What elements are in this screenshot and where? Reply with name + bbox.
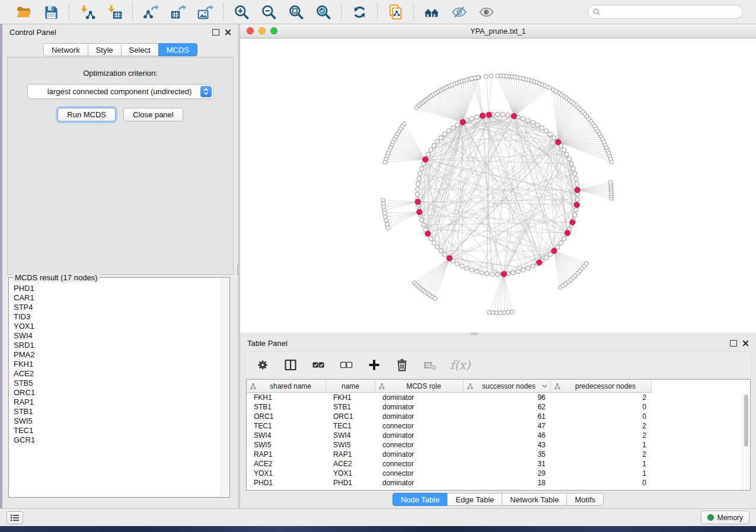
table-cell[interactable]: 47 (464, 421, 551, 431)
table-cell[interactable]: STB1 (326, 402, 375, 412)
table-cell[interactable]: RAP1 (247, 450, 326, 459)
table-cell[interactable]: dominator (375, 393, 464, 402)
close-panel-button[interactable]: Close panel (123, 108, 183, 121)
mcds-result-item[interactable]: YOX1 (14, 322, 221, 331)
first-neighbors-button[interactable] (422, 2, 442, 22)
table-cell[interactable]: connector (375, 459, 464, 469)
mcds-result-item[interactable]: STP4 (14, 303, 221, 312)
table-cell[interactable]: connector (375, 440, 464, 450)
table-cell[interactable]: 61 (464, 412, 551, 421)
table-cell[interactable]: YOX1 (326, 469, 375, 478)
mcds-result-item[interactable]: SRD1 (14, 341, 221, 350)
export-network-button[interactable] (141, 2, 161, 22)
table-cell[interactable]: YOX1 (247, 469, 326, 478)
table-cell[interactable]: 1 (551, 440, 652, 450)
new-network-from-selection-button[interactable] (385, 2, 406, 22)
tab-style[interactable]: Style (88, 43, 122, 56)
table-cell[interactable]: 0 (551, 412, 652, 421)
table-cell[interactable]: 2 (551, 393, 652, 402)
export-table-button[interactable] (168, 2, 188, 22)
mcds-result-item[interactable]: SWI4 (14, 331, 221, 341)
float-table-panel-icon[interactable] (730, 340, 737, 347)
table-cell[interactable]: connector (375, 469, 464, 478)
tab-network-table[interactable]: Network Table (502, 493, 567, 506)
table-cell[interactable]: 0 (551, 402, 652, 412)
column-header-name[interactable]: name (326, 380, 375, 393)
search-input[interactable] (588, 5, 743, 19)
column-header-successor-nodes[interactable]: successor nodes (464, 380, 551, 393)
table-cell[interactable]: dominator (375, 431, 464, 440)
table-cell[interactable]: dominator (375, 412, 464, 421)
table-cell[interactable]: SWI4 (326, 431, 375, 440)
table-cell[interactable]: 43 (464, 440, 551, 450)
close-panel-icon[interactable] (225, 29, 231, 36)
import-table-button[interactable] (104, 2, 125, 22)
zoom-fit-button[interactable] (286, 2, 306, 22)
table-cell[interactable]: dominator (375, 402, 464, 412)
table-cell[interactable]: 96 (464, 393, 551, 402)
table-scrollbar[interactable] (742, 393, 750, 490)
show-all-button[interactable] (476, 2, 496, 22)
table-cell[interactable]: PHD1 (326, 478, 375, 488)
mcds-result-item[interactable]: STB1 (14, 407, 221, 416)
mcds-result-item[interactable]: PHD1 (14, 284, 221, 293)
open-file-button[interactable] (14, 2, 34, 22)
table-cell[interactable]: TEC1 (247, 421, 326, 431)
column-header-shared-name[interactable]: shared name (247, 380, 326, 393)
table-cell[interactable]: 2 (551, 450, 652, 459)
select-all-rows-button[interactable] (311, 357, 326, 373)
table-cell[interactable]: PHD1 (247, 478, 326, 488)
table-cell[interactable]: FKH1 (247, 393, 326, 402)
table-cell[interactable]: 2 (551, 431, 652, 440)
zoom-selected-button[interactable] (313, 2, 333, 22)
table-cell[interactable]: 35 (464, 450, 551, 459)
table-cell[interactable]: 18 (464, 478, 551, 488)
save-session-button[interactable] (41, 2, 61, 22)
add-row-button[interactable] (366, 357, 382, 373)
table-cell[interactable]: SWI4 (247, 431, 326, 440)
import-network-button[interactable] (77, 2, 97, 22)
table-cell[interactable]: FKH1 (326, 393, 375, 402)
table-cell[interactable]: dominator (375, 478, 464, 488)
table-cell[interactable]: dominator (375, 450, 464, 459)
mcds-result-item[interactable]: TEC1 (14, 426, 221, 435)
table-cell[interactable]: 0 (551, 478, 652, 488)
mcds-result-item[interactable]: ACE2 (14, 369, 221, 379)
task-history-button[interactable] (7, 511, 23, 524)
mcds-result-item[interactable]: SWI5 (14, 416, 221, 426)
export-image-button[interactable] (195, 2, 215, 22)
mcds-result-scrollbar[interactable] (221, 278, 229, 496)
network-graph[interactable] (240, 39, 756, 332)
table-cell[interactable]: SWI5 (247, 440, 326, 450)
table-cell[interactable]: TEC1 (326, 421, 375, 431)
table-cell[interactable]: 1 (551, 459, 652, 469)
tab-motifs[interactable]: Motifs (566, 493, 604, 506)
window-zoom-button[interactable] (270, 27, 277, 34)
hide-selected-button[interactable] (449, 2, 469, 22)
tab-select[interactable]: Select (121, 43, 159, 56)
apply-layout-button[interactable] (349, 2, 369, 22)
table-cell[interactable]: 31 (464, 459, 551, 469)
mcds-result-item[interactable]: CAR1 (14, 293, 221, 303)
mcds-result-item[interactable]: STB5 (14, 379, 221, 388)
mcds-result-item[interactable]: FKH1 (14, 360, 221, 369)
column-header-mcds-role[interactable]: MCDS role (375, 380, 464, 393)
mcds-result-item[interactable]: TID3 (14, 312, 221, 322)
mcds-result-item[interactable]: RAP1 (14, 398, 221, 407)
table-cell[interactable]: ORC1 (247, 412, 326, 421)
zoom-out-button[interactable] (259, 2, 279, 22)
mcds-result-item[interactable]: GCR1 (14, 435, 221, 445)
column-header-predecessor-nodes[interactable]: predecessor nodes (551, 380, 652, 393)
table-cell[interactable]: 1 (551, 469, 652, 478)
table-cell[interactable]: ORC1 (326, 412, 375, 421)
delete-rows-button[interactable] (394, 357, 410, 373)
deselect-all-rows-button[interactable] (339, 357, 354, 373)
zoom-in-button[interactable] (231, 2, 251, 22)
network-canvas[interactable] (240, 39, 756, 332)
table-cell[interactable]: STB1 (247, 402, 326, 412)
float-panel-icon[interactable] (212, 29, 219, 36)
mcds-result-item[interactable]: ORC1 (14, 388, 221, 398)
table-cell[interactable]: ACE2 (326, 459, 375, 469)
window-minimize-button[interactable] (259, 27, 266, 34)
window-close-button[interactable] (247, 27, 254, 34)
